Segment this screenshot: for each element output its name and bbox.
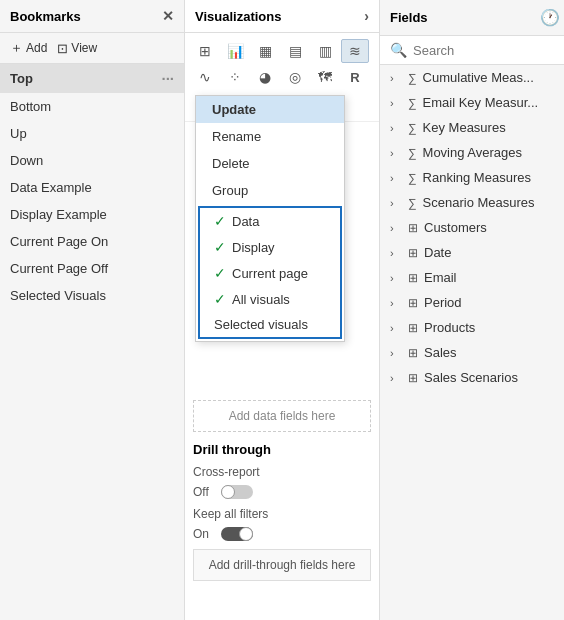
off-label: Off xyxy=(193,485,221,499)
add-data-fields-placeholder: Add data fields here xyxy=(193,400,371,432)
context-rename[interactable]: Rename xyxy=(196,123,344,150)
field-item-key-measures[interactable]: › ∑ Key Measures xyxy=(380,115,564,140)
search-input[interactable] xyxy=(413,43,564,58)
field-name-email: Email xyxy=(424,270,457,285)
toggle-off-track[interactable] xyxy=(221,485,253,499)
viz-expand-icon[interactable]: › xyxy=(364,8,369,24)
table-icon: ⊞ xyxy=(408,246,418,260)
bookmark-item-current-page-off[interactable]: Current Page Off xyxy=(0,255,184,282)
context-menu: Update Rename Delete Group ✓ Data ✓ Disp… xyxy=(195,95,345,342)
add-drillthrough-placeholder: Add drill-through fields here xyxy=(193,549,371,581)
bookmark-view-button[interactable]: ⊡ View xyxy=(57,41,97,56)
expand-icon: › xyxy=(390,272,402,284)
bookmark-up-label: Up xyxy=(10,126,27,141)
context-delete[interactable]: Delete xyxy=(196,150,344,177)
view-icon: ⊡ xyxy=(57,41,68,56)
expand-icon: › xyxy=(390,372,402,384)
visualizations-panel: Visualizations › ⊞ 📊 ▦ ▤ ▥ ≋ ∿ ⁘ ◕ ◎ 🗺 R… xyxy=(185,0,380,620)
add-drillthrough-label: Add drill-through fields here xyxy=(209,558,356,572)
check-all-visuals-icon: ✓ xyxy=(214,291,226,307)
search-icon: 🔍 xyxy=(390,42,407,58)
viz-area-icon[interactable]: ∿ xyxy=(191,65,219,89)
field-item-scenario[interactable]: › ∑ Scenario Measures xyxy=(380,190,564,215)
table-icon: ⊞ xyxy=(408,346,418,360)
drill-through-header: Drill through xyxy=(193,442,371,457)
main-panels: Bookmarks ✕ ＋ Add ⊡ View Top ··· Bottom xyxy=(0,0,564,620)
viz-bar3-icon[interactable]: ▥ xyxy=(311,39,339,63)
option-selected-visuals[interactable]: Selected visuals xyxy=(200,312,340,337)
bookmark-options-icon[interactable]: ··· xyxy=(161,70,174,87)
table-icon: ⊞ xyxy=(408,296,418,310)
bookmark-item-top[interactable]: Top ··· xyxy=(0,64,184,93)
viz-map-icon[interactable]: 🗺 xyxy=(311,65,339,89)
visualizations-header: Visualizations › xyxy=(185,0,379,33)
viz-donut-icon[interactable]: ◎ xyxy=(281,65,309,89)
bookmark-item-selected-visuals[interactable]: Selected Visuals xyxy=(0,282,184,309)
bookmark-item-data-example[interactable]: Data Example xyxy=(0,174,184,201)
field-item-sales-scenarios[interactable]: › ⊞ Sales Scenarios xyxy=(380,365,564,390)
context-group[interactable]: Group xyxy=(196,177,344,204)
field-item-email-key[interactable]: › ∑ Email Key Measur... xyxy=(380,90,564,115)
history-icon[interactable]: 🕐 xyxy=(540,8,560,27)
field-item-sales[interactable]: › ⊞ Sales xyxy=(380,340,564,365)
field-item-email[interactable]: › ⊞ Email xyxy=(380,265,564,290)
bookmark-display-example-label: Display Example xyxy=(10,207,107,222)
field-item-customers[interactable]: › ⊞ Customers xyxy=(380,215,564,240)
field-item-moving-avg[interactable]: › ∑ Moving Averages xyxy=(380,140,564,165)
field-name-cumulative: Cumulative Meas... xyxy=(423,70,534,85)
viz-bar-icon[interactable]: 📊 xyxy=(221,39,249,63)
field-item-cumulative[interactable]: › ∑ Cumulative Meas... xyxy=(380,65,564,90)
option-all-visuals[interactable]: ✓ All visuals xyxy=(200,286,340,312)
viz-r-icon[interactable]: R xyxy=(341,65,369,89)
toggle-on-track[interactable] xyxy=(221,527,253,541)
fields-search-bar[interactable]: 🔍 xyxy=(380,36,564,65)
option-current-page-label: Current page xyxy=(232,266,308,281)
viz-bar2-icon[interactable]: ▤ xyxy=(281,39,309,63)
bookmarks-close-button[interactable]: ✕ xyxy=(162,8,174,24)
on-label: On xyxy=(193,527,221,541)
table-icon: ⊞ xyxy=(408,371,418,385)
fields-header-icons: 🕐 ↪ xyxy=(540,8,564,27)
bookmark-data-example-label: Data Example xyxy=(10,180,92,195)
field-item-ranking[interactable]: › ∑ Ranking Measures xyxy=(380,165,564,190)
expand-icon: › xyxy=(390,347,402,359)
expand-icon: › xyxy=(390,322,402,334)
check-current-page-icon: ✓ xyxy=(214,265,226,281)
field-item-products[interactable]: › ⊞ Products xyxy=(380,315,564,340)
sigma-icon: ∑ xyxy=(408,96,417,110)
add-data-fields-label: Add data fields here xyxy=(229,409,336,423)
bookmark-add-button[interactable]: ＋ Add xyxy=(10,39,47,57)
field-item-period[interactable]: › ⊞ Period xyxy=(380,290,564,315)
bookmark-bottom-label: Bottom xyxy=(10,99,51,114)
keep-filters-toggle[interactable]: On xyxy=(193,527,371,541)
viz-stack-icon[interactable]: ▦ xyxy=(251,39,279,63)
cross-report-label: Cross-report xyxy=(193,465,260,479)
field-item-date[interactable]: › ⊞ Date xyxy=(380,240,564,265)
expand-icon: › xyxy=(390,72,402,84)
bookmark-current-page-on-label: Current Page On xyxy=(10,234,108,249)
cross-report-option: Cross-report xyxy=(193,465,371,479)
viz-table-icon[interactable]: ⊞ xyxy=(191,39,219,63)
toggle-thumb xyxy=(221,485,235,499)
expand-icon: › xyxy=(390,297,402,309)
bookmark-item-up[interactable]: Up xyxy=(0,120,184,147)
bookmark-item-display-example[interactable]: Display Example xyxy=(0,201,184,228)
viz-pie-icon[interactable]: ◕ xyxy=(251,65,279,89)
bookmark-item-current-page-on[interactable]: Current Page On xyxy=(0,228,184,255)
add-icon: ＋ xyxy=(10,39,23,57)
option-data-label: Data xyxy=(232,214,259,229)
bookmark-item-down[interactable]: Down xyxy=(0,147,184,174)
option-display[interactable]: ✓ Display xyxy=(200,234,340,260)
option-data[interactable]: ✓ Data xyxy=(200,208,340,234)
table-icon: ⊞ xyxy=(408,321,418,335)
context-update[interactable]: Update xyxy=(196,96,344,123)
viz-scatter-icon[interactable]: ⁘ xyxy=(221,65,249,89)
field-name-ranking: Ranking Measures xyxy=(423,170,531,185)
field-name-products: Products xyxy=(424,320,475,335)
bookmark-item-bottom[interactable]: Bottom xyxy=(0,93,184,120)
field-name-sales: Sales xyxy=(424,345,457,360)
cross-report-toggle[interactable]: Off xyxy=(193,485,371,499)
bookmarks-panel: Bookmarks ✕ ＋ Add ⊡ View Top ··· Bottom xyxy=(0,0,185,620)
option-current-page[interactable]: ✓ Current page xyxy=(200,260,340,286)
viz-line-icon[interactable]: ≋ xyxy=(341,39,369,63)
